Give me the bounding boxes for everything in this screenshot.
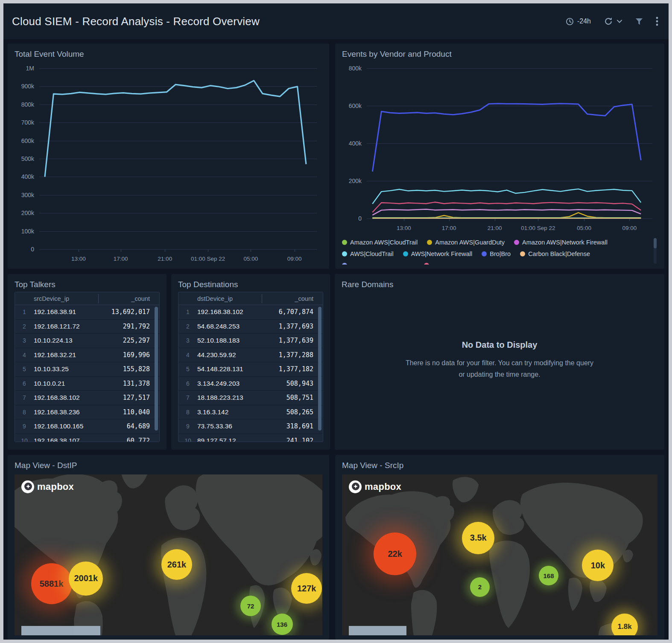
legend-item[interactable]: Bro|Bro: [482, 250, 511, 258]
map-srcip[interactable]: 22k3.5k216810k1.8k mapbox: [342, 474, 657, 635]
table-row[interactable]: 63.134.249.203508,943: [178, 377, 323, 391]
legend-item[interactable]: AWS|Network Firewall: [403, 250, 472, 258]
row-ip: 192.168.38.91: [34, 308, 98, 316]
table-row[interactable]: 254.68.248.2531,377,693: [178, 320, 323, 334]
row-rank: 8: [15, 409, 34, 416]
map-dstip[interactable]: 5881k2001k261k127k72136 mapbox: [15, 474, 322, 635]
series-line-AWS|CloudTrail: [372, 189, 641, 204]
table-row[interactable]: 10192.168.38.10760,772: [15, 434, 159, 442]
map-bubble[interactable]: 127k: [291, 573, 322, 604]
panel-map-view-dstip: Map View - DstIP 5881k2001k261k127k72136…: [8, 455, 329, 640]
map-bubble[interactable]: 10k: [582, 550, 614, 581]
table-row[interactable]: 973.75.33.36318,691: [178, 419, 323, 434]
legend-dot-icon: [427, 240, 432, 245]
column-header-srcDevice_ip[interactable]: srcDevice_ip: [34, 294, 99, 303]
table-row[interactable]: 9192.168.100.16564,689: [15, 419, 159, 434]
map-bubble[interactable]: 2001k: [69, 562, 103, 596]
table-row[interactable]: 7192.168.38.102127,517: [15, 391, 159, 405]
map-bubble[interactable]: 22k: [374, 532, 416, 575]
table-row[interactable]: 310.10.224.13225,297: [15, 334, 159, 348]
column-header-dstDevice_ip[interactable]: dstDevice_ip: [197, 294, 262, 303]
row-rank: 10: [15, 437, 34, 442]
table-header: srcDevice_ip_count: [15, 292, 159, 305]
table-row[interactable]: 4192.168.32.21169,996: [15, 348, 159, 363]
map-bubble[interactable]: 136: [272, 614, 293, 635]
mapbox-icon: [349, 480, 362, 493]
map-bubble[interactable]: 261k: [161, 549, 192, 580]
row-count: 1,377,182: [262, 365, 323, 373]
table-row[interactable]: 1192.168.38.9113,692,017: [15, 305, 159, 320]
row-count: 241,102: [262, 437, 323, 442]
table-row[interactable]: 1192.168.38.1026,707,874: [178, 305, 323, 320]
legend-item[interactable]: [342, 261, 415, 265]
table-row[interactable]: 610.10.0.21131,378: [15, 377, 159, 391]
map-bubble[interactable]: 72: [240, 596, 261, 616]
row-ip: 44.230.59.92: [197, 351, 262, 359]
table-row[interactable]: 2192.168.121.72291,792: [15, 320, 159, 334]
table-row[interactable]: 352.10.188.1831,377,639: [178, 334, 323, 348]
column-header-_count[interactable]: _count: [262, 295, 323, 302]
series-line-Amazon AWS|GuardDuty: [372, 212, 641, 218]
y-axis-label: 400k: [342, 140, 362, 147]
legend-item[interactable]: Amazon AWS|Network Firewall: [514, 238, 608, 247]
row-ip: 89.127.57.12: [197, 437, 262, 442]
row-count: 155,828: [98, 365, 159, 373]
refresh-control[interactable]: [604, 17, 622, 26]
y-axis-label: 0: [342, 215, 362, 222]
table-row[interactable]: 444.230.59.921,377,288: [178, 348, 323, 363]
legend-item[interactable]: AWS|CloudTrail: [342, 250, 394, 258]
row-ip: 3.134.249.203: [197, 380, 262, 387]
column-header-_count[interactable]: _count: [99, 295, 159, 302]
table-row[interactable]: 510.10.33.25155,828: [15, 362, 159, 377]
y-axis-label: 900k: [15, 83, 34, 90]
table-row[interactable]: 8192.168.38.236110,040: [15, 405, 159, 420]
legend-item[interactable]: Amazon AWS|CloudTrail: [342, 238, 418, 247]
row-rank: 3: [178, 337, 197, 344]
time-range-control[interactable]: -24h: [566, 17, 591, 26]
total-event-volume-chart[interactable]: 0100k200k300k400k500k600k700k800k900k1M1…: [15, 61, 322, 265]
legend-scrollbar[interactable]: [654, 238, 657, 264]
legend-item[interactable]: Carbon Black|Defense: [520, 250, 590, 258]
legend-dot-icon: [342, 263, 347, 265]
mapbox-logo: mapbox: [349, 480, 401, 493]
map-bubble[interactable]: 5881k: [31, 563, 72, 604]
table-row[interactable]: 83.16.3.142508,265: [178, 405, 323, 420]
table-row[interactable]: 718.188.223.213508,751: [178, 391, 323, 405]
legend-label: AWS|Network Firewall: [411, 250, 472, 257]
filter-button[interactable]: [635, 18, 643, 25]
legend-label: Carbon Black|Defense: [528, 250, 590, 257]
chart-series-canvas: [367, 68, 652, 218]
legend-item[interactable]: [424, 261, 497, 265]
x-axis-tick: [538, 219, 538, 221]
no-data-title: No Data to Display: [462, 340, 538, 350]
legend-label: Bro|Bro: [490, 250, 511, 257]
map-bubble-label: 72: [247, 602, 254, 610]
table-row[interactable]: 1089.127.57.12241,102: [178, 434, 323, 442]
row-count: 13,692,017: [98, 308, 159, 316]
events-by-vendor-product-chart[interactable]: 0200k400k600k800k13:0017:0021:0001:00 Se…: [342, 61, 657, 234]
map-bubble-label: 168: [543, 572, 554, 579]
row-ip: 192.168.32.21: [34, 351, 98, 359]
table-row[interactable]: 554.148.228.1311,377,182: [178, 362, 323, 377]
map-bubble-label: 10k: [591, 561, 605, 570]
x-axis-tick: [79, 250, 79, 252]
row-ip: 54.68.248.253: [197, 323, 262, 330]
more-menu-button[interactable]: [656, 17, 658, 26]
table-scrollbar-thumb[interactable]: [318, 307, 321, 431]
legend-item[interactable]: Amazon AWS|GuardDuty: [427, 238, 505, 247]
panel-title: Top Talkers: [15, 280, 160, 289]
row-rank: 5: [178, 366, 197, 372]
map-bubble[interactable]: 2: [470, 577, 490, 597]
mapbox-icon: [21, 480, 34, 493]
panel-title: Rare Domains: [342, 280, 657, 289]
top-destinations-table: dstDevice_ip_count1192.168.38.1026,707,8…: [178, 292, 323, 442]
row-ip: 73.75.33.36: [197, 422, 262, 430]
map-bubble[interactable]: 168: [539, 566, 558, 585]
map-bubble-label: 127k: [297, 584, 316, 594]
legend-scrollbar-thumb[interactable]: [654, 238, 657, 248]
table-scrollbar-thumb[interactable]: [155, 307, 158, 431]
row-count: 1,377,288: [262, 351, 323, 359]
row-ip: 192.168.38.102: [34, 394, 98, 402]
map-bubble-label: 136: [277, 621, 287, 628]
map-bubble[interactable]: 3.5k: [462, 522, 494, 554]
